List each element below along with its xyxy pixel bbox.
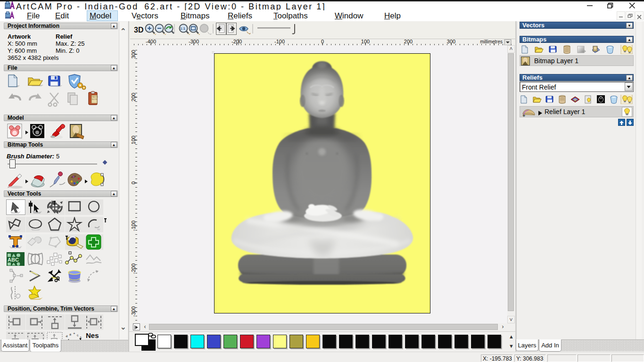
svg-text:-100: -100 <box>131 221 136 231</box>
svg-text:a: a <box>65 334 68 338</box>
svg-text:+: + <box>522 113 525 118</box>
svg-text:300: 300 <box>131 50 136 58</box>
svg-text:-300: -300 <box>131 306 136 317</box>
svg-text:0: 0 <box>131 181 136 184</box>
svg-text:1:1: 1:1 <box>180 26 185 31</box>
svg-text:millimetres: millimetres <box>480 39 503 44</box>
svg-text:200: 200 <box>131 93 136 101</box>
svg-text:300: 300 <box>447 39 455 44</box>
svg-text:-300: -300 <box>189 39 199 44</box>
svg-text:100: 100 <box>131 136 136 144</box>
svg-text:NOTE: NOTE <box>92 98 97 100</box>
svg-text:a: a <box>69 332 71 336</box>
svg-text:+: + <box>73 331 75 336</box>
svg-text:200: 200 <box>404 39 413 44</box>
svg-text:-100: -100 <box>274 39 285 44</box>
svg-text:-400: -400 <box>146 39 156 44</box>
svg-text:Nes: Nes <box>86 331 99 339</box>
svg-text:-200: -200 <box>131 263 136 274</box>
svg-text:3D: 3D <box>134 26 143 34</box>
svg-text:0: 0 <box>321 39 324 44</box>
svg-text:100: 100 <box>361 39 370 44</box>
svg-text:ABC: ABC <box>8 257 19 263</box>
svg-text:-200: -200 <box>231 39 242 44</box>
